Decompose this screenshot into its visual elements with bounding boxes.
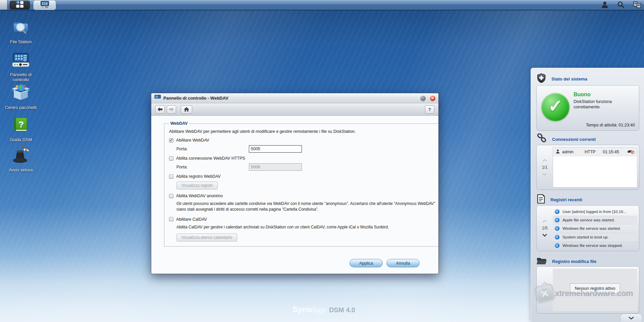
minimize-button[interactable]: [420, 96, 426, 101]
connection-time: 01:15:45: [603, 150, 624, 154]
connections-title: Connessioni correnti: [552, 137, 596, 142]
window-title: Pannello di controllo - WebDAV: [163, 96, 418, 101]
forward-button[interactable]: [167, 105, 176, 114]
package-center-icon: [2, 83, 40, 103]
svg-text:?: ?: [18, 119, 24, 129]
log-row: i User [admin] logged in from [10.16...: [553, 207, 637, 216]
logs-pager: 1/5: [542, 226, 548, 230]
file-station-icon: [2, 17, 40, 38]
webdav-fieldset: WebDAV Abilitare WebDAV per permettere a…: [164, 121, 439, 247]
desktop-label: Avvio veloce: [2, 167, 40, 172]
desktop-label: File Station: [2, 39, 40, 44]
log-document-icon: [536, 194, 545, 205]
window-icon: [154, 95, 161, 102]
filelog-page-up-icon[interactable]: [542, 282, 547, 285]
enable-webdav-checkbox[interactable]: [169, 138, 173, 143]
desktop-icon-quick-start[interactable]: Avvio veloce: [2, 145, 40, 172]
connections-page-down-icon[interactable]: [542, 173, 547, 176]
enable-https-checkbox[interactable]: [169, 156, 173, 161]
enable-https-label: Abilita connessione WebDAV HTTPS: [176, 156, 245, 161]
info-icon: i: [555, 226, 559, 231]
log-text: Apple file service was started.: [562, 218, 615, 222]
system-status-title: Stato del sistema: [551, 76, 587, 82]
close-icon[interactable]: ✕: [430, 96, 435, 101]
enable-log-label: Abilita registro WebDAV: [176, 174, 221, 179]
apps-grid-icon: [14, 0, 25, 10]
caldav-note: Abilita CalDAV per gestire i calendari a…: [176, 224, 435, 230]
log-row: i Windows file service was started.: [553, 224, 637, 233]
help-button[interactable]: ?: [425, 105, 434, 114]
quick-start-icon: [2, 145, 40, 166]
pilot-view-icon: [633, 1, 641, 10]
apply-button[interactable]: Applica: [350, 259, 383, 267]
home-button[interactable]: [181, 105, 192, 114]
enable-anonymous-checkbox[interactable]: [169, 194, 173, 198]
main-menu-button[interactable]: [10, 1, 30, 9]
log-row: i Windows file service was stopped.: [553, 241, 637, 250]
desktop-icon-control-panel[interactable]: Pannello di controllo: [2, 50, 40, 83]
user-menu-button[interactable]: [600, 1, 609, 10]
recent-logs-title: Registri recenti: [550, 197, 582, 202]
window-titlebar[interactable]: Pannello di controllo - WebDAV ✕: [151, 93, 438, 103]
desktop-label: Pannello di controllo: [2, 72, 40, 83]
connection-row: admin HTTP 01:15:45: [553, 148, 637, 156]
webdav-intro-text: Abilitare WebDAV per permettere agli ute…: [169, 129, 435, 134]
desktop-icon-dsm-help[interactable]: ? Guida DSM: [2, 115, 40, 142]
dsm-branding: Syno logy DSM 4.0: [292, 305, 355, 314]
no-active-log-message: Nessun registro attivo: [570, 283, 620, 293]
desktop-icon-package-center[interactable]: Centro pacchetti: [2, 83, 40, 110]
filelog-page-down-icon[interactable]: [542, 296, 547, 299]
recent-logs-panel: 1/5 i User [admin] logged in from [10.16…: [536, 205, 639, 251]
brand-bold: Syno: [292, 305, 312, 314]
view-logs-button[interactable]: Visualizza registri: [176, 181, 218, 190]
info-icon: i: [555, 243, 559, 248]
user-icon: [556, 149, 560, 155]
pilot-view-button[interactable]: [633, 1, 641, 10]
log-text: User [admin] logged in from [10.16...: [562, 209, 627, 214]
filelog-pager: 0/0: [542, 288, 548, 292]
enable-log-checkbox[interactable]: [169, 174, 173, 179]
folder-icon: [536, 256, 547, 267]
log-text: System started to boot up.: [562, 235, 609, 239]
webdav-port-input[interactable]: [249, 145, 302, 153]
brand-version: DSM 4.0: [329, 306, 355, 314]
webdav-legend: WebDAV: [169, 121, 189, 126]
cancel-button[interactable]: Annulla: [386, 259, 420, 267]
link-icon: [536, 133, 547, 145]
anonymous-note: Gli utenti possono accedere alle cartell…: [176, 201, 435, 213]
enable-anonymous-label: Abilita WebDAV anonimo: [176, 194, 223, 198]
connection-protocol: HTTP: [585, 150, 600, 154]
desktop-label: Guida DSM: [2, 137, 40, 142]
https-port-input[interactable]: [249, 163, 302, 171]
port-label: Porta:: [176, 147, 249, 151]
log-row: i Apple file service was started.: [553, 216, 637, 224]
logs-page-down-icon[interactable]: [542, 233, 547, 237]
search-button[interactable]: [616, 1, 625, 10]
back-button[interactable]: [155, 105, 165, 114]
desktop-label: Centro pacchetti: [2, 105, 40, 110]
enable-caldav-checkbox[interactable]: [169, 217, 173, 221]
connections-pager: 1/1: [542, 165, 548, 170]
dsm-help-icon: ?: [2, 115, 40, 136]
file-change-log-content: Nessun registro attivo: [553, 269, 637, 311]
view-calendar-button[interactable]: Visualizza elenco calendario: [176, 233, 237, 241]
dialog-content: WebDAV Abilitare WebDAV per permettere a…: [151, 116, 438, 274]
status-ok-icon: ✓: [541, 93, 570, 121]
uptime-text: Tempo di attività: 01:23:40: [586, 123, 635, 127]
status-value: Buono: [574, 92, 591, 98]
system-sidebar: Stato del sistema ✓ Buono DiskStation fu…: [531, 68, 644, 322]
disconnect-icon[interactable]: [627, 149, 634, 155]
top-bar: [0, 0, 644, 10]
sidebar-collapse-tab[interactable]: [620, 314, 642, 322]
file-change-log-panel: 0/0 Nessun registro attivo: [536, 266, 639, 314]
shield-icon: [536, 73, 546, 85]
log-text: Windows file service was stopped.: [562, 243, 623, 248]
desktop-icon-file-station[interactable]: File Station: [2, 17, 40, 44]
control-panel-webdav-window: Pannello di controllo - WebDAV ✕ ? WebDA…: [151, 93, 439, 274]
connections-page-up-icon[interactable]: [542, 159, 547, 162]
enable-caldav-label: Abilitare CalDAV: [176, 217, 207, 222]
logs-page-up-icon[interactable]: [542, 220, 547, 223]
search-icon: [617, 1, 625, 10]
taskbar-item-control-panel[interactable]: [34, 0, 56, 10]
info-icon: i: [555, 235, 559, 239]
